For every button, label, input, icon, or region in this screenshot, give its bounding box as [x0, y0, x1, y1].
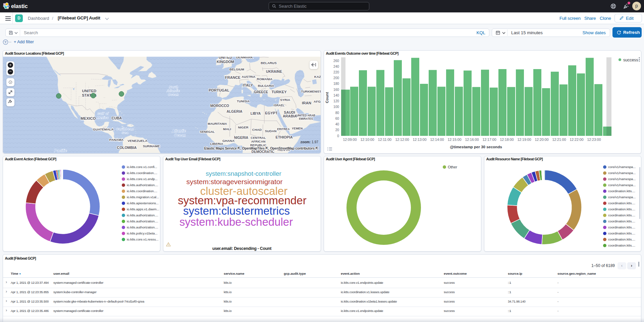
- svg-text:TURKEY: TURKEY: [271, 90, 287, 94]
- svg-text:Sea: Sea: [122, 131, 128, 135]
- svg-text:12:16:00: 12:16:00: [465, 138, 479, 142]
- svg-text:220: 220: [333, 70, 339, 74]
- svg-text:AFGH: AFGH: [314, 100, 321, 103]
- svg-text:GHANA: GHANA: [222, 139, 234, 143]
- svg-text:12:22:00: 12:22:00: [570, 138, 583, 142]
- svg-text:KINGDOM: KINGDOM: [217, 60, 234, 64]
- svg-text:240: 240: [333, 65, 339, 68]
- svg-text:COLOMBIA: COLOMBIA: [117, 146, 137, 150]
- svg-text:260: 260: [333, 59, 339, 63]
- svg-text:BELGIUM: BELGIUM: [229, 67, 244, 71]
- svg-text:80: 80: [335, 111, 339, 115]
- svg-text:UNITED: UNITED: [82, 89, 97, 93]
- svg-text:120: 120: [333, 99, 339, 103]
- svg-text:MALI: MALI: [223, 127, 231, 131]
- svg-text:AUSTRIA: AUSTRIA: [242, 75, 256, 78]
- svg-text:GREECE: GREECE: [254, 90, 268, 94]
- svg-text:NIGER: NIGER: [238, 125, 248, 129]
- svg-text:success: success: [623, 58, 638, 62]
- svg-text:Mexico: Mexico: [97, 116, 109, 119]
- svg-text:SENEGAL: SENEGAL: [200, 130, 215, 133]
- svg-text:Ocean: Ocean: [174, 133, 186, 137]
- svg-text:SURINAME: SURINAME: [143, 144, 160, 148]
- svg-text:SYRIA: SYRIA: [280, 98, 290, 102]
- svg-text:ARABIA: ARABIA: [283, 114, 297, 118]
- svg-text:12:15:00: 12:15:00: [447, 138, 461, 142]
- svg-text:PORTUGAL: PORTUGAL: [209, 88, 229, 92]
- svg-text:SUDAN: SUDAN: [265, 129, 277, 133]
- svg-text:TURKMENISTAN: TURKMENISTAN: [301, 90, 321, 93]
- svg-text:GUATEMALA: GUATEMALA: [93, 127, 114, 131]
- svg-text:12:18:00: 12:18:00: [500, 138, 514, 142]
- svg-text:@timestamp per 30 seconds: @timestamp per 30 seconds: [450, 145, 502, 149]
- svg-text:VENEZUELA: VENEZUELA: [127, 139, 147, 143]
- svg-text:12:17:00: 12:17:00: [482, 138, 496, 142]
- svg-text:Count: Count: [325, 92, 329, 103]
- svg-text:CENTRAL: CENTRAL: [251, 136, 266, 140]
- svg-text:12:23:00: 12:23:00: [587, 138, 601, 142]
- svg-text:ERITREA: ERITREA: [277, 127, 289, 131]
- svg-text:40: 40: [335, 122, 339, 126]
- svg-text:180: 180: [333, 82, 339, 86]
- svg-text:Ocean: Ocean: [168, 93, 179, 96]
- svg-text:CUBA: CUBA: [112, 116, 122, 120]
- svg-text:AFRICAN: AFRICAN: [251, 140, 266, 143]
- svg-text:MAURITANIA: MAURITANIA: [208, 122, 227, 125]
- svg-text:TUNISIA: TUNISIA: [237, 99, 250, 103]
- svg-text:LIBERIA: LIBERIA: [210, 142, 223, 146]
- svg-text:LIBYA: LIBYA: [251, 111, 261, 115]
- svg-text:160: 160: [333, 88, 339, 92]
- svg-text:Gulf of: Gulf of: [97, 112, 109, 115]
- svg-text:12:20:00: 12:20:00: [535, 138, 548, 142]
- svg-text:12:19:00: 12:19:00: [517, 138, 531, 142]
- svg-text:UKRAINE: UKRAINE: [266, 69, 282, 73]
- svg-text:12:12:00: 12:12:00: [395, 138, 409, 142]
- svg-text:North: North: [169, 86, 178, 89]
- svg-text:MOROCCO: MOROCCO: [210, 104, 229, 108]
- svg-text:EMIRATES: EMIRATES: [299, 117, 313, 120]
- svg-text:MEXICO: MEXICO: [80, 116, 96, 120]
- svg-text:zoom: 1.97: zoom: 1.97: [301, 140, 318, 144]
- svg-text:12:11:00: 12:11:00: [378, 138, 392, 142]
- svg-text:NIGERIA: NIGERIA: [234, 136, 249, 140]
- svg-text:ROMANIA: ROMANIA: [257, 77, 273, 81]
- svg-text:Atlantic: Atlantic: [172, 129, 186, 133]
- svg-text:DEMOCRATIC: DEMOCRATIC: [252, 150, 275, 154]
- svg-text:BULGARIA: BULGARIA: [258, 84, 274, 88]
- svg-text:Atlantic: Atlantic: [167, 89, 180, 93]
- svg-text:0: 0: [337, 134, 339, 138]
- svg-text:140: 140: [333, 94, 339, 97]
- svg-text:ISRAEL: ISRAEL: [274, 104, 285, 107]
- svg-text:12:09:00: 12:09:00: [343, 138, 357, 142]
- svg-text:12:21:00: 12:21:00: [552, 138, 566, 142]
- svg-text:20: 20: [335, 128, 339, 132]
- svg-text:12:13:00: 12:13:00: [413, 138, 426, 142]
- svg-text:UNITED: UNITED: [219, 57, 232, 59]
- svg-text:Caribbean: Caribbean: [116, 127, 134, 131]
- svg-text:Pacific: Pacific: [54, 149, 67, 153]
- svg-text:FRANCE: FRANCE: [225, 75, 240, 79]
- svg-text:PANAMA: PANAMA: [109, 138, 123, 142]
- svg-text:BELARUS: BELARUS: [261, 61, 277, 65]
- svg-text:CHAD: CHAD: [252, 128, 262, 131]
- svg-text:100: 100: [333, 105, 339, 109]
- svg-text:200: 200: [333, 76, 339, 80]
- svg-text:IRAN: IRAN: [302, 101, 311, 105]
- svg-text:60: 60: [335, 117, 339, 120]
- svg-text:Elastic Maps Service ⇱, OpenMa: Elastic Maps Service ⇱, OpenMapTiles ⇱, …: [204, 147, 319, 150]
- svg-text:YEMEN: YEMEN: [292, 127, 303, 130]
- svg-text:12:10:00: 12:10:00: [360, 138, 374, 142]
- svg-text:ALGERIA: ALGERIA: [226, 109, 243, 113]
- svg-text:DENMARK: DENMARK: [236, 57, 253, 59]
- svg-text:ITALY: ITALY: [243, 83, 253, 87]
- svg-text:KAZAK: KAZAK: [314, 75, 321, 78]
- svg-text:12:14:00: 12:14:00: [430, 138, 444, 142]
- svg-text:ETHIOPIA: ETHIOPIA: [276, 135, 293, 139]
- svg-text:EGYPT: EGYPT: [265, 111, 278, 115]
- svg-text:UNITED ARAB: UNITED ARAB: [297, 114, 315, 117]
